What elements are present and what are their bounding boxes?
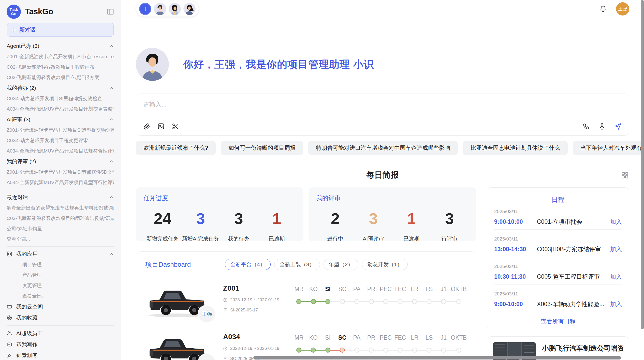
recent-chat-item[interactable]: C02-飞腾新能源轻客改款项目的闭环通告反馈情况: [7, 213, 114, 223]
join-button[interactable]: 加入: [610, 218, 622, 226]
sidebar-item-label: AI超级员工: [16, 330, 43, 337]
vertical-scrollbar[interactable]: [641, 0, 644, 360]
sidebar-item[interactable]: Z001-全新燃油皮卡产品开发项目SI节点Lesson Learn报告: [7, 51, 114, 62]
sidebar-item[interactable]: A034-全新新能源MUV产品开发项目计划变更表编写: [7, 104, 114, 114]
message-composer[interactable]: 请输入...: [136, 94, 629, 136]
chevron-up-icon[interactable]: [109, 251, 114, 257]
dashboard-header: 项目Dashboard 全新平台（4） 全新上装（3） 年型（2） 动总开发（1…: [145, 259, 467, 270]
sidebar-item-help-write[interactable]: 帮我写作: [7, 339, 114, 350]
contact-avatar[interactable]: [154, 3, 166, 15]
milestone: LR: [407, 286, 422, 305]
section-my-todo[interactable]: 我的待办 (2): [7, 83, 114, 93]
stat: 2 进行中: [316, 209, 354, 242]
scissors-icon[interactable]: [172, 123, 179, 130]
phone-call-icon[interactable]: [583, 123, 590, 130]
sidebar-item-label: 创意制图: [16, 352, 38, 357]
stat-value: 24: [143, 209, 182, 229]
suggestion-chip[interactable]: 如何写一份清晰的项目周报: [221, 141, 303, 155]
schedule-event-title: C003|H0B-方案冻结评审: [537, 245, 610, 253]
sidebar-item[interactable]: C0X4-动力总成开发项目SI里程碑提交物检查: [7, 93, 114, 104]
project-row[interactable]: 王强 A034 2023-12-19 ~ 2026-01-19 SC-2025-…: [145, 333, 467, 360]
sidebar-item[interactable]: Z001-全新燃油轻卡产品开发项目SI节点属性5D文件评审: [7, 167, 114, 177]
project-dashboard-card: 项目Dashboard 全新平台（4） 全新上装（3） 年型（2） 动总开发（1…: [136, 251, 476, 360]
send-icon[interactable]: [614, 123, 622, 130]
top-bar: + 王强: [136, 0, 629, 18]
milestone: PR: [364, 286, 378, 305]
section-my-apps[interactable]: 我的应用: [7, 249, 114, 259]
image-icon[interactable]: [157, 123, 165, 130]
view-all-apps[interactable]: 查看全部...: [7, 291, 114, 301]
chevron-up-icon[interactable]: [109, 85, 114, 91]
app-item-change-mgmt[interactable]: 变更管理: [7, 280, 114, 291]
view-all-chats[interactable]: 查看全部...: [7, 234, 114, 244]
user-avatar[interactable]: 王强: [616, 2, 629, 16]
microphone-icon[interactable]: [598, 123, 606, 130]
contact-avatar[interactable]: [183, 3, 196, 15]
milestone: LS: [422, 286, 436, 305]
chevron-up-icon[interactable]: [109, 117, 114, 122]
tab-new-platform[interactable]: 全新平台（4）: [225, 259, 271, 270]
clock-icon: [223, 346, 228, 351]
collapse-sidebar-icon[interactable]: [107, 8, 114, 16]
stat-value: 3: [220, 209, 258, 229]
stat-label: 已逾期: [258, 235, 296, 242]
sidebar-item[interactable]: Z001-全新燃油轻卡产品开发项目SI造型提交物评审: [7, 125, 114, 135]
quick-access-bar: +: [136, 1, 199, 17]
attachment-icon[interactable]: [143, 123, 150, 130]
project-image: 王强: [145, 333, 209, 360]
horizontal-scrollbar[interactable]: [253, 356, 621, 359]
schedule-date: 2025/03/11: [494, 291, 622, 297]
divider: [494, 312, 622, 312]
new-chat-button[interactable]: + 新对话: [7, 23, 114, 37]
clock-icon: [223, 298, 228, 302]
tab-powertrain[interactable]: 动总开发（1）: [362, 259, 408, 270]
notifications-bell-icon[interactable]: [599, 5, 607, 13]
daily-briefing-title: 每日简报: [136, 170, 629, 181]
join-button[interactable]: 加入: [610, 245, 622, 253]
suggestion-chip[interactable]: 欧洲新规最近颁布了什么?: [136, 141, 216, 155]
chevron-up-icon[interactable]: [109, 43, 114, 49]
layout-grid-icon[interactable]: [621, 171, 629, 179]
app-item-product-mgmt[interactable]: 产品管理: [7, 270, 114, 280]
section-agent-done[interactable]: Agent已办 (3): [7, 41, 114, 51]
recent-chat-item[interactable]: 公司Q3轻卡销量: [7, 223, 114, 234]
sidebar-item-favorites[interactable]: 我的收藏: [7, 312, 114, 323]
sidebar-item-cloud-space[interactable]: 我的云空间: [7, 301, 114, 312]
sidebar-item[interactable]: A034-全新新能源MUV产品开发项目造型可行性评审: [7, 177, 114, 188]
cloud-folder-icon: [7, 304, 12, 309]
sidebar-content: Agent已办 (3) Z001-全新燃油皮卡产品开发项目SI节点Lesson …: [7, 41, 114, 357]
sidebar-item[interactable]: C02-飞腾新能源轻客改款项目立项汇报方案: [7, 72, 114, 83]
feather-pen-icon: [7, 353, 12, 357]
section-my-review[interactable]: 我的评审 (2): [7, 156, 114, 167]
recent-chat-item[interactable]: 解释最新出台的欧盟报废车法规再生塑料比例被调至15%...: [7, 203, 114, 213]
sidebar-item[interactable]: A034-全新新能源MUV产品开发项目法规符合性评审: [7, 146, 114, 156]
chevron-up-icon[interactable]: [109, 159, 114, 164]
suggestion-chip[interactable]: 特朗普可能对进口汽车增税会对中国车企造成哪些影响: [308, 141, 458, 155]
chevron-up-icon[interactable]: [109, 194, 114, 200]
project-row[interactable]: 王强 Z001 2023-12-19 ~ 2027-01-19 SI-2025-…: [145, 284, 467, 319]
sidebar-item-ai-employee[interactable]: AI超级员工: [7, 328, 114, 339]
app-item-project-mgmt[interactable]: 项目管理: [7, 259, 114, 270]
schedule-time: 9:00-10:00: [494, 218, 537, 225]
schedule-event-title: C001-立项审批会: [537, 218, 610, 226]
tab-new-body[interactable]: 全新上装（3）: [274, 259, 320, 270]
stat-cards: 任务进度 24 新增完成任务 3 新增AI完成任务 3: [136, 187, 476, 241]
suggestion-chip[interactable]: 比亚迪全固态电池计划具体说了什么: [463, 141, 568, 155]
add-contact-button[interactable]: +: [139, 3, 151, 15]
section-title: 我的评审 (2): [7, 158, 36, 165]
join-button[interactable]: 加入: [610, 273, 622, 281]
sidebar-item[interactable]: C02-飞腾新能源轻客改款项目里程碑画布: [7, 62, 114, 72]
people-icon: [7, 331, 12, 336]
sidebar-item-creative-draw[interactable]: 创意制图: [7, 350, 114, 357]
sidebar-item[interactable]: C0X4-动力总成开发项目工程变更评审: [7, 135, 114, 146]
stat-value: 3: [430, 209, 469, 229]
join-button[interactable]: 加入: [610, 300, 622, 308]
section-recent-chats[interactable]: 最近对话: [7, 192, 114, 203]
composer-placeholder: 请输入...: [143, 100, 622, 123]
contact-avatar[interactable]: [169, 3, 181, 15]
suggestion-chip[interactable]: 当下年轻人对汽车外观有怎样的喜好趋势: [573, 141, 644, 155]
section-ai-review[interactable]: AI评审 (3): [7, 114, 114, 125]
view-all-schedule-link[interactable]: 查看所有日程: [494, 314, 622, 327]
tab-year-model[interactable]: 年型（2）: [324, 259, 359, 270]
new-chat-label: 新对话: [19, 26, 35, 33]
